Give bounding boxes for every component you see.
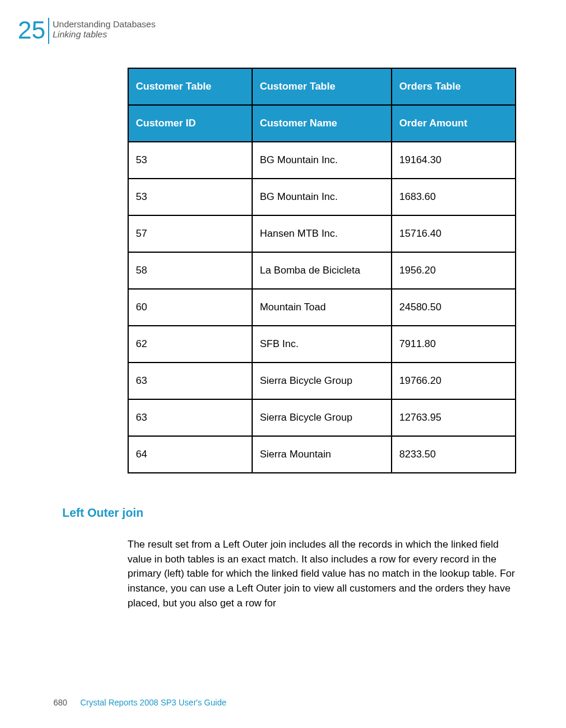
table-cell: 8233.50 [392, 436, 516, 473]
section-subtitle: Linking tables [53, 29, 155, 39]
table-header-cell: Customer Table [252, 68, 392, 105]
table-cell: 63 [128, 399, 252, 436]
table-cell: 53 [128, 142, 252, 179]
table-cell: 19766.20 [392, 363, 516, 399]
table-header-cell: Customer Table [128, 68, 252, 105]
footer-document-title: Crystal Reports 2008 SP3 User's Guide [80, 698, 226, 707]
table-cell: 53 [128, 179, 252, 215]
table-body: 53 BG Mountain Inc. 19164.30 53 BG Mount… [128, 142, 516, 473]
table-cell: Sierra Bicycle Group [252, 399, 392, 436]
data-table-container: Customer Table Customer Table Orders Tab… [128, 68, 516, 473]
table-cell: 15716.40 [392, 215, 516, 252]
table-cell: 63 [128, 363, 252, 399]
table-cell: 24580.50 [392, 289, 516, 326]
table-cell: BG Mountain Inc. [252, 179, 392, 215]
table-cell: Hansen MTB Inc. [252, 215, 392, 252]
table-row: 63 Sierra Bicycle Group 12763.95 [128, 399, 516, 436]
table-cell: Mountain Toad [252, 289, 392, 326]
table-header-row-2: Customer ID Customer Name Order Amount [128, 105, 516, 142]
table-row: 64 Sierra Mountain 8233.50 [128, 436, 516, 473]
table-header-cell: Customer Name [252, 105, 392, 142]
table-cell: 60 [128, 289, 252, 326]
table-cell: 64 [128, 436, 252, 473]
table-cell: 62 [128, 326, 252, 363]
table-header-cell: Order Amount [392, 105, 516, 142]
table-cell: SFB Inc. [252, 326, 392, 363]
table-row: 60 Mountain Toad 24580.50 [128, 289, 516, 326]
table-row: 57 Hansen MTB Inc. 15716.40 [128, 215, 516, 252]
table-cell: BG Mountain Inc. [252, 142, 392, 179]
table-cell: 1956.20 [392, 252, 516, 289]
table-row: 58 La Bomba de Bicicleta 1956.20 [128, 252, 516, 289]
table-cell: 57 [128, 215, 252, 252]
table-cell: La Bomba de Bicicleta [252, 252, 392, 289]
table-row: 62 SFB Inc. 7911.80 [128, 326, 516, 363]
table-header-cell: Orders Table [392, 68, 516, 105]
footer-page-number: 680 [53, 698, 67, 707]
table-cell: 58 [128, 252, 252, 289]
table-cell: 19164.30 [392, 142, 516, 179]
data-table: Customer Table Customer Table Orders Tab… [128, 68, 516, 473]
table-cell: Sierra Bicycle Group [252, 363, 392, 399]
header-divider [48, 18, 49, 44]
table-cell: 1683.60 [392, 179, 516, 215]
table-row: 63 Sierra Bicycle Group 19766.20 [128, 363, 516, 399]
page-header: 25 Understanding Databases Linking table… [18, 18, 530, 44]
chapter-number: 25 [18, 18, 46, 43]
table-cell: 12763.95 [392, 399, 516, 436]
table-header-row-1: Customer Table Customer Table Orders Tab… [128, 68, 516, 105]
header-text-block: Understanding Databases Linking tables [53, 18, 155, 39]
table-header-cell: Customer ID [128, 105, 252, 142]
table-cell: Sierra Mountain [252, 436, 392, 473]
section-heading: Left Outer join [62, 506, 530, 520]
chapter-title: Understanding Databases [53, 19, 155, 29]
table-cell: 7911.80 [392, 326, 516, 363]
page-footer: 680 Crystal Reports 2008 SP3 User's Guid… [53, 698, 226, 707]
section-body-text: The result set from a Left Outer join in… [128, 538, 525, 611]
table-row: 53 BG Mountain Inc. 1683.60 [128, 179, 516, 215]
table-row: 53 BG Mountain Inc. 19164.30 [128, 142, 516, 179]
